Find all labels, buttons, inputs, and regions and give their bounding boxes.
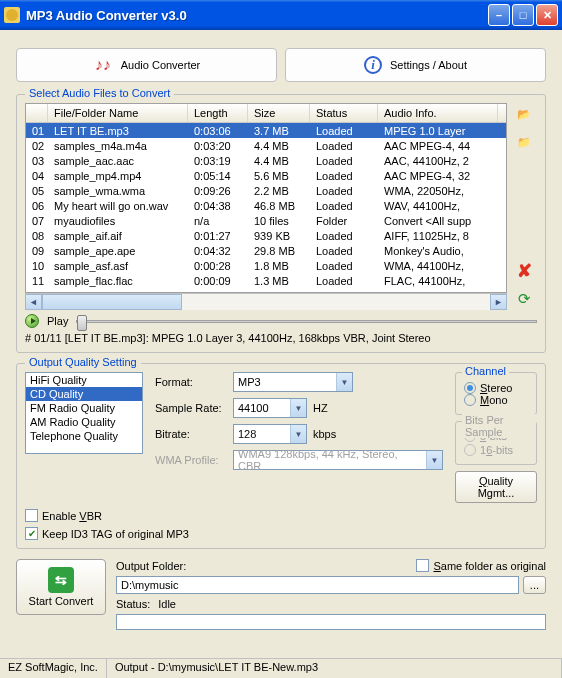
wma-label: WMA Profile: — [155, 454, 227, 466]
tab-settings-about[interactable]: i Settings / About — [285, 48, 546, 82]
statusbar: EZ SoftMagic, Inc. Output - D:\mymusic\L… — [0, 658, 562, 678]
music-note-icon: ♪♪ — [93, 55, 113, 75]
table-row[interactable]: 03sample_aac.aac0:03:194.4 MBLoadedAAC, … — [26, 153, 506, 168]
table-row[interactable]: 11sample_flac.flac0:00:091.3 MBLoadedFLA… — [26, 273, 506, 288]
progress-bar — [116, 614, 546, 630]
output-folder-label: Output Folder: — [116, 560, 186, 572]
tab-label: Settings / About — [390, 59, 467, 71]
maximize-button[interactable]: □ — [512, 4, 534, 26]
table-row[interactable]: 01LET IT BE.mp30:03:063.7 MBLoadedMPEG 1… — [26, 123, 506, 138]
id3-checkbox[interactable]: ✔Keep ID3 TAG of original MP3 — [25, 527, 189, 540]
status-value: Idle — [158, 598, 176, 610]
table-row[interactable]: 06My heart will go on.wav0:04:3846.8 MBL… — [26, 198, 506, 213]
browse-button[interactable]: ... — [523, 576, 546, 594]
play-thumb[interactable] — [77, 315, 87, 331]
minimize-button[interactable]: – — [488, 4, 510, 26]
col-name[interactable]: File/Folder Name — [48, 104, 188, 122]
bits16-radio: 16-bits — [464, 444, 513, 456]
preset-item[interactable]: CD Quality — [26, 387, 142, 401]
info-icon: i — [364, 56, 382, 74]
folder-icon: 📁 — [517, 136, 531, 149]
preset-item[interactable]: HiFi Quality — [26, 373, 142, 387]
table-row[interactable]: 07myaudiofilesn/a10 filesFolderConvert <… — [26, 213, 506, 228]
scroll-right-icon[interactable]: ► — [490, 294, 507, 310]
horizontal-scrollbar[interactable]: ◄ ► — [25, 293, 507, 310]
preset-item[interactable]: FM Radio Quality — [26, 401, 142, 415]
convert-icon: ⇆ — [48, 567, 74, 593]
chevron-down-icon[interactable]: ▼ — [290, 399, 306, 417]
status-label: Status: — [116, 598, 150, 610]
same-folder-checkbox[interactable]: Same folder as original — [416, 559, 546, 572]
quality-section: Output Quality Setting HiFi QualityCD Qu… — [16, 363, 546, 549]
status-company: EZ SoftMagic, Inc. — [0, 659, 107, 678]
remove-icon: ✘ — [517, 260, 532, 282]
refresh-icon: ⟳ — [518, 290, 531, 308]
window-title: MP3 Audio Converter v3.0 — [26, 8, 486, 23]
chevron-down-icon[interactable]: ▼ — [336, 373, 352, 391]
table-row[interactable]: 02samples_m4a.m4a0:03:204.4 MBLoadedAAC … — [26, 138, 506, 153]
quality-mgmt-button[interactable]: Quality Mgmt... — [455, 471, 537, 503]
table-row[interactable]: 09sample_ape.ape0:04:3229.8 MBLoadedMonk… — [26, 243, 506, 258]
remove-button[interactable]: ✘ — [513, 260, 535, 282]
add-folder-button[interactable]: 📁 — [513, 131, 535, 153]
table-row[interactable]: 10sample_asf.asf0:00:281.8 MBLoadedWMA, … — [26, 258, 506, 273]
col-status[interactable]: Status — [310, 104, 378, 122]
table-row[interactable]: 05sample_wma.wma0:09:262.2 MBLoadedWMA, … — [26, 183, 506, 198]
bitrate-unit: kbps — [313, 428, 336, 440]
refresh-button[interactable]: ⟳ — [513, 288, 535, 310]
files-legend: Select Audio Files to Convert — [25, 87, 174, 99]
rate-label: Sample Rate: — [155, 402, 227, 414]
start-label: Start Convert — [29, 595, 94, 607]
vbr-checkbox[interactable]: Enable VBR — [25, 509, 102, 522]
bits-legend: Bits Per Sample — [462, 414, 536, 438]
bits-group: Bits Per Sample 8-bits 16-bits — [455, 421, 537, 465]
channel-legend: Channel — [462, 365, 509, 377]
status-output: Output - D:\mymusic\LET IT BE-New.mp3 — [107, 659, 562, 678]
preset-list[interactable]: HiFi QualityCD QualityFM Radio QualityAM… — [25, 372, 143, 454]
folder-add-icon: 📂 — [517, 108, 531, 121]
mono-radio[interactable]: Mono — [464, 394, 508, 406]
file-table[interactable]: File/Folder Name Length Size Status Audi… — [25, 103, 507, 293]
start-convert-button[interactable]: ⇆ Start Convert — [16, 559, 106, 615]
tab-audio-converter[interactable]: ♪♪ Audio Converter — [16, 48, 277, 82]
table-row[interactable]: 04sample_mp4.mp40:05:145.6 MBLoadedAAC M… — [26, 168, 506, 183]
col-length[interactable]: Length — [188, 104, 248, 122]
titlebar[interactable]: MP3 Audio Converter v3.0 – □ ✕ — [0, 0, 562, 30]
close-button[interactable]: ✕ — [536, 4, 558, 26]
preset-item[interactable]: Telephone Quality — [26, 429, 142, 443]
table-header: File/Folder Name Length Size Status Audi… — [26, 104, 506, 123]
play-icon[interactable] — [25, 314, 39, 328]
chevron-down-icon[interactable]: ▼ — [290, 425, 306, 443]
play-label[interactable]: Play — [47, 315, 68, 327]
output-folder-field[interactable]: D:\mymusic — [116, 576, 519, 594]
col-info[interactable]: Audio Info. — [378, 104, 498, 122]
rate-combo[interactable]: 44100▼ — [233, 398, 307, 418]
chevron-down-icon: ▼ — [426, 451, 442, 469]
quality-legend: Output Quality Setting — [25, 356, 141, 368]
tab-label: Audio Converter — [121, 59, 201, 71]
format-combo[interactable]: MP3▼ — [233, 372, 353, 392]
scroll-thumb[interactable] — [42, 294, 182, 310]
preset-item[interactable]: AM Radio Quality — [26, 415, 142, 429]
col-size[interactable]: Size — [248, 104, 310, 122]
file-info-line: # 01/11 [LET IT BE.mp3]: MPEG 1.0 Layer … — [25, 330, 537, 344]
rate-unit: HZ — [313, 402, 328, 414]
add-file-button[interactable]: 📂 — [513, 103, 535, 125]
stereo-radio[interactable]: Stereo — [464, 382, 512, 394]
play-slider[interactable] — [76, 320, 537, 323]
app-icon — [4, 7, 20, 23]
table-row[interactable]: 08sample_aif.aif0:01:27939 KBLoadedAIFF,… — [26, 228, 506, 243]
wma-combo: WMA9 128kbps, 44 kHz, Stereo, CBR▼ — [233, 450, 443, 470]
channel-group: Channel Stereo Mono — [455, 372, 537, 415]
scroll-left-icon[interactable]: ◄ — [25, 294, 42, 310]
bitrate-label: Bitrate: — [155, 428, 227, 440]
files-section: Select Audio Files to Convert File/Folde… — [16, 94, 546, 353]
format-label: Format: — [155, 376, 227, 388]
bitrate-combo[interactable]: 128▼ — [233, 424, 307, 444]
